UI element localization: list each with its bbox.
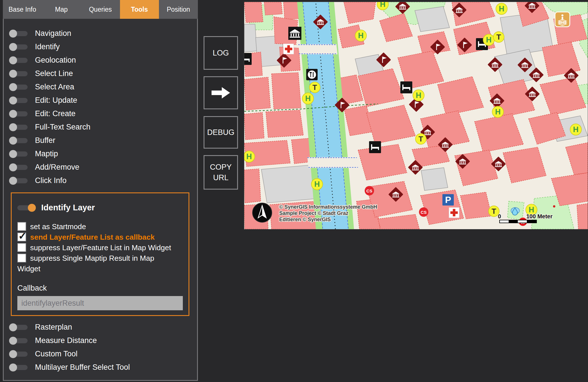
poi-CS[interactable]: CS [365, 186, 374, 196]
tab-map[interactable]: Map [42, 0, 81, 19]
tab-bar: Base InfoMapQueriesToolsPosition [3, 0, 198, 19]
poi-bed[interactable] [400, 81, 412, 93]
option-row: send Layer/Feature List as callback [17, 232, 178, 243]
map-canvas[interactable]: HHHHHHHHHHHTTTTCSCSPω© SynerGIS Informat… [244, 2, 588, 229]
toggle-buffer[interactable] [10, 138, 28, 143]
svg-text:CS: CS [367, 188, 372, 193]
tab-queries[interactable]: Queries [81, 0, 120, 19]
toggle-knob [9, 163, 17, 171]
identify-layer-toggle[interactable] [17, 205, 35, 210]
poi-H[interactable]: H [496, 3, 507, 15]
debug-button[interactable]: DEBUG [204, 116, 238, 149]
toggle-click-info[interactable] [10, 178, 28, 183]
toggle-select-line[interactable] [10, 71, 28, 76]
toggle-label: Full-Text Search [35, 123, 90, 132]
toggle-edit-update[interactable] [10, 98, 28, 103]
tab-tools[interactable]: Tools [120, 0, 159, 19]
building-block [283, 2, 299, 20]
poi-H[interactable]: H [570, 124, 581, 135]
toggle-label: Edit: Create [35, 109, 76, 118]
tool-toggle-row: Edit: Create [10, 107, 195, 120]
checkbox[interactable] [17, 222, 26, 231]
svg-text:H: H [486, 36, 492, 44]
toggle-multilayer-buffer-select-tool[interactable] [10, 365, 28, 370]
toggle-identify[interactable] [10, 44, 28, 50]
toggle-geolocation[interactable] [10, 58, 28, 63]
building-block [244, 77, 270, 110]
toggle-knob [9, 83, 17, 91]
poi-H[interactable]: H [244, 151, 255, 162]
svg-text:T: T [419, 135, 423, 143]
poi-H[interactable]: H [492, 106, 504, 118]
toggle-custom-tool[interactable] [10, 352, 28, 357]
option-row: set as Startmode [17, 221, 178, 232]
toggle-full-text-search[interactable] [10, 125, 28, 130]
toggle-label: Select Line [35, 69, 73, 78]
toggle-knob [9, 110, 17, 118]
toggle-label: Click Info [35, 176, 67, 185]
toggle-maptip[interactable] [10, 151, 28, 157]
poi-H[interactable]: H [355, 30, 367, 41]
map[interactable]: HHHHHHHHHHHTTTTCSCSPω© SynerGIS Informat… [244, 2, 588, 229]
identify-layer-panel: Identify Layer set as Startmodesend Laye… [11, 192, 189, 316]
poi-CS[interactable]: CS [419, 208, 428, 217]
toggle-add-remove[interactable] [10, 165, 28, 170]
option-row: suppress Single Maptip Result in Map Wid… [17, 253, 178, 274]
log-button[interactable]: LOG [204, 36, 238, 70]
svg-text:H: H [416, 91, 421, 100]
toggle-knob [28, 204, 36, 212]
callback-input[interactable] [17, 296, 183, 310]
svg-text:H: H [246, 152, 252, 161]
poi-H[interactable]: H [413, 90, 424, 101]
tab-base-info[interactable]: Base Info [3, 0, 42, 19]
toggle-label: Add/Remove [35, 163, 79, 172]
toggle-rasterplan[interactable] [10, 325, 28, 330]
toggle-knob [9, 337, 17, 345]
tool-toggle-row: Navigation [10, 27, 195, 40]
poi-T[interactable]: T [493, 32, 504, 42]
poi-bed[interactable] [369, 141, 381, 153]
poi-P[interactable]: P [442, 194, 454, 206]
svg-text:H: H [573, 125, 579, 134]
poi-rest[interactable] [306, 69, 318, 80]
toggle-label: Multilayer Buffer Select Tool [35, 363, 130, 372]
app-window: { "tabs": {"items": [ {"label": "Base In… [0, 0, 588, 382]
checkbox[interactable] [17, 243, 26, 252]
toggle-select-area[interactable] [10, 85, 28, 90]
toggle-label: Measure Distance [35, 336, 97, 345]
toggle-label: Custom Tool [35, 350, 78, 358]
toggle-edit-create[interactable] [10, 111, 28, 116]
poi-H[interactable]: H [483, 34, 494, 46]
svg-text:H: H [380, 2, 386, 9]
tool-toggle-row: Multilayer Buffer Select Tool [10, 361, 195, 374]
toggle-navigation[interactable] [10, 31, 28, 36]
svg-text:T: T [492, 207, 496, 215]
poi-H[interactable]: H [311, 178, 323, 190]
tab-position[interactable]: Position [159, 0, 198, 19]
checkbox[interactable] [17, 254, 26, 262]
poi-H[interactable]: H [302, 93, 314, 104]
poi-cross[interactable] [449, 208, 459, 218]
poi-T[interactable]: T [309, 82, 320, 93]
poi-bed[interactable] [244, 53, 252, 65]
checkbox[interactable] [17, 233, 26, 241]
tool-toggle-row: Select Area [10, 80, 195, 94]
svg-text:T: T [312, 83, 317, 92]
toggle-knob [9, 43, 17, 51]
checkbox-label: set as Startmode [30, 222, 86, 231]
toggle-knob [9, 363, 17, 371]
building-block-gray [244, 24, 257, 52]
toggle-knob [9, 150, 17, 158]
layers-info-button[interactable] [555, 12, 570, 27]
poi-mus-sq[interactable] [288, 27, 301, 40]
checkbox-label: suppress Layer/Feature List in Map Widge… [30, 243, 171, 252]
building-block [244, 169, 261, 203]
checkbox-label: suppress Single Maptip Result in Map Wid… [17, 254, 154, 273]
compass-north-arrow [252, 203, 272, 222]
forward-button[interactable] [204, 76, 238, 109]
toggle-measure-distance[interactable] [10, 338, 28, 343]
poi-T[interactable]: T [415, 134, 426, 144]
poi-cross[interactable] [283, 44, 294, 54]
svg-text:H: H [305, 94, 311, 103]
copy-url-button[interactable]: COPY URL [204, 155, 238, 190]
